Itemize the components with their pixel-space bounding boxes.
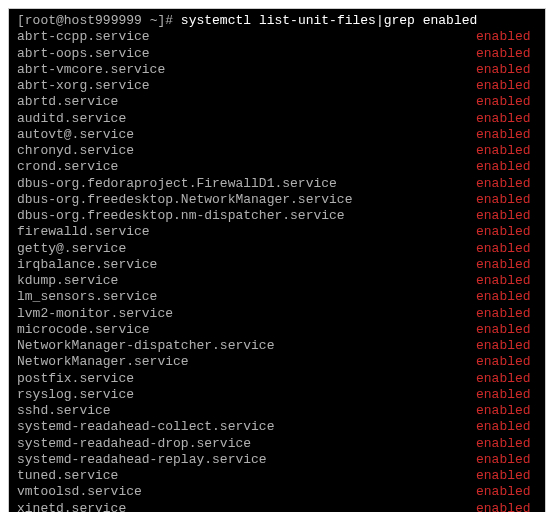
unit-status: enabled [462,241,537,257]
unit-row: abrt-ccpp.serviceenabled [17,29,537,45]
unit-row: chronyd.serviceenabled [17,143,537,159]
unit-list: abrt-ccpp.serviceenabledabrt-oops.servic… [17,29,537,512]
prompt-close-bracket: ]# [157,13,173,28]
unit-status: enabled [462,452,537,468]
unit-row: abrt-vmcore.serviceenabled [17,62,537,78]
prompt-line: [root@host999999 ~]# systemctl list-unit… [17,13,537,29]
unit-row: lm_sensors.serviceenabled [17,289,537,305]
unit-name: rsyslog.service [17,387,462,403]
unit-status: enabled [462,322,537,338]
unit-name: crond.service [17,159,462,175]
unit-status: enabled [462,501,537,513]
unit-status: enabled [462,159,537,175]
unit-status: enabled [462,94,537,110]
unit-row: vmtoolsd.serviceenabled [17,484,537,500]
unit-status: enabled [462,143,537,159]
prompt-user-host: root@host999999 [25,13,142,28]
unit-name: firewalld.service [17,224,462,240]
unit-name: dbus-org.fedoraproject.FirewallD1.servic… [17,176,462,192]
unit-row: lvm2-monitor.serviceenabled [17,306,537,322]
prompt-open-bracket: [ [17,13,25,28]
unit-status: enabled [462,289,537,305]
unit-name: systemd-readahead-collect.service [17,419,462,435]
terminal-window[interactable]: [root@host999999 ~]# systemctl list-unit… [8,8,546,512]
unit-status: enabled [462,419,537,435]
unit-name: autovt@.service [17,127,462,143]
unit-status: enabled [462,484,537,500]
unit-name: abrt-oops.service [17,46,462,62]
unit-status: enabled [462,371,537,387]
unit-name: systemd-readahead-replay.service [17,452,462,468]
unit-status: enabled [462,257,537,273]
unit-status: enabled [462,354,537,370]
unit-status: enabled [462,306,537,322]
unit-name: xinetd.service [17,501,462,513]
unit-row: NetworkManager.serviceenabled [17,354,537,370]
unit-row: systemd-readahead-collect.serviceenabled [17,419,537,435]
unit-row: firewalld.serviceenabled [17,224,537,240]
unit-row: rsyslog.serviceenabled [17,387,537,403]
unit-name: getty@.service [17,241,462,257]
unit-status: enabled [462,403,537,419]
unit-row: abrt-xorg.serviceenabled [17,78,537,94]
unit-status: enabled [462,78,537,94]
unit-name: vmtoolsd.service [17,484,462,500]
unit-row: autovt@.serviceenabled [17,127,537,143]
unit-name: lm_sensors.service [17,289,462,305]
unit-status: enabled [462,46,537,62]
unit-row: auditd.serviceenabled [17,111,537,127]
unit-name: dbus-org.freedesktop.NetworkManager.serv… [17,192,462,208]
unit-name: tuned.service [17,468,462,484]
unit-name: NetworkManager-dispatcher.service [17,338,462,354]
unit-status: enabled [462,192,537,208]
unit-status: enabled [462,338,537,354]
unit-status: enabled [462,176,537,192]
unit-status: enabled [462,224,537,240]
unit-row: dbus-org.freedesktop.nm-dispatcher.servi… [17,208,537,224]
unit-row: postfix.serviceenabled [17,371,537,387]
unit-row: tuned.serviceenabled [17,468,537,484]
unit-name: abrt-ccpp.service [17,29,462,45]
unit-row: crond.serviceenabled [17,159,537,175]
unit-name: lvm2-monitor.service [17,306,462,322]
unit-status: enabled [462,468,537,484]
unit-row: getty@.serviceenabled [17,241,537,257]
command-text: systemctl list-unit-files|grep enabled [173,13,477,28]
unit-name: abrt-vmcore.service [17,62,462,78]
unit-row: sshd.serviceenabled [17,403,537,419]
unit-row: NetworkManager-dispatcher.serviceenabled [17,338,537,354]
unit-row: irqbalance.serviceenabled [17,257,537,273]
unit-name: irqbalance.service [17,257,462,273]
unit-row: microcode.serviceenabled [17,322,537,338]
unit-status: enabled [462,111,537,127]
unit-status: enabled [462,273,537,289]
unit-name: kdump.service [17,273,462,289]
unit-status: enabled [462,387,537,403]
unit-row: xinetd.serviceenabled [17,501,537,513]
unit-name: NetworkManager.service [17,354,462,370]
unit-row: abrtd.serviceenabled [17,94,537,110]
unit-name: sshd.service [17,403,462,419]
unit-name: chronyd.service [17,143,462,159]
unit-name: auditd.service [17,111,462,127]
unit-name: microcode.service [17,322,462,338]
unit-name: abrtd.service [17,94,462,110]
unit-status: enabled [462,29,537,45]
unit-status: enabled [462,62,537,78]
unit-row: dbus-org.freedesktop.NetworkManager.serv… [17,192,537,208]
unit-name: postfix.service [17,371,462,387]
unit-name: systemd-readahead-drop.service [17,436,462,452]
unit-status: enabled [462,127,537,143]
unit-row: systemd-readahead-replay.serviceenabled [17,452,537,468]
unit-status: enabled [462,208,537,224]
unit-row: kdump.serviceenabled [17,273,537,289]
unit-status: enabled [462,436,537,452]
unit-row: dbus-org.fedoraproject.FirewallD1.servic… [17,176,537,192]
prompt-path: ~ [142,13,158,28]
unit-name: abrt-xorg.service [17,78,462,94]
unit-name: dbus-org.freedesktop.nm-dispatcher.servi… [17,208,462,224]
unit-row: abrt-oops.serviceenabled [17,46,537,62]
unit-row: systemd-readahead-drop.serviceenabled [17,436,537,452]
